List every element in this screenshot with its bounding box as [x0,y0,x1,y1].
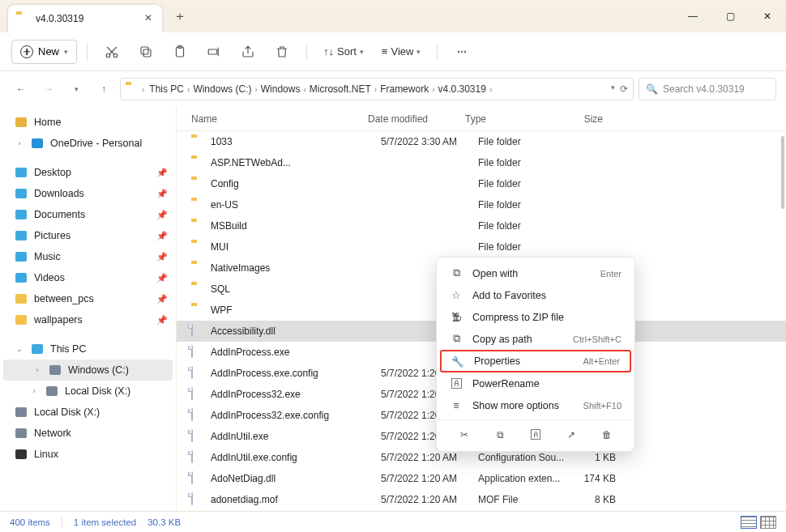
cell-size: 1 KB [567,452,616,463]
chevron-icon[interactable]: › [15,139,24,147]
col-date[interactable]: Date modified [368,113,465,125]
forward-button[interactable]: → [37,78,60,100]
folder-icon [126,83,139,96]
sidebar-item[interactable]: Desktop📌 [0,162,176,183]
cell-name: AddInUtil.exe.config [211,452,381,463]
delete-icon[interactable] [267,40,297,64]
more-icon[interactable]: ⋯ [447,40,476,64]
details-view-icon[interactable] [741,516,757,529]
breadcrumb[interactable]: Microsoft.NET [308,83,373,95]
sidebar-item[interactable]: Linux [0,444,176,465]
file-row[interactable]: ASP.NETWebAd...File folder [177,152,786,173]
context-menu-item[interactable]: ≡Show more optionsShift+F10 [437,394,634,416]
breadcrumb[interactable]: v4.0.30319 [436,83,487,95]
sidebar-item[interactable]: Network [0,423,176,444]
chevron-icon[interactable]: › [29,387,39,395]
context-menu-item[interactable]: ☆Add to Favorites [437,284,634,306]
sidebar-item[interactable]: Pictures📌 [0,225,176,246]
rename-icon[interactable] [199,40,229,64]
up-button[interactable]: ↑ [92,78,115,100]
context-menu-item[interactable]: 🗜Compress to ZIP file [437,306,634,328]
svg-rect-6 [208,49,217,54]
sidebar-item[interactable]: ›OneDrive - Personal [0,133,176,154]
status-size: 30.3 KB [147,517,181,527]
context-menu-item[interactable]: 🄰PowerRename [437,372,634,394]
sidebar-item[interactable]: Music📌 [0,246,176,267]
col-size[interactable]: Size [554,113,603,125]
rename-icon[interactable]: 🄰 [526,425,545,445]
sidebar-label: Linux [34,449,58,460]
chevron-icon[interactable]: ⌄ [15,345,24,353]
file-row[interactable]: AdoNetDiag.dll5/7/2022 1:20 AMApplicatio… [177,468,786,489]
search-input[interactable]: 🔍 Search v4.0.30319 [639,78,776,100]
cut-icon[interactable]: ✂ [455,425,474,445]
file-row[interactable]: adonetdiag.mof5/7/2022 1:20 AMMOF File8 … [177,489,786,510]
sidebar-item[interactable]: Videos📌 [0,267,176,288]
sort-icon: ↑↓ [323,45,334,57]
context-menu-item[interactable]: 🔧PropertiesAlt+Enter [440,350,631,372]
context-menu-item[interactable]: ⧉Copy as pathCtrl+Shift+C [437,328,634,350]
close-button[interactable]: ✕ [749,0,786,32]
col-name[interactable]: Name [191,113,368,125]
file-row[interactable]: ConfigFile folder [177,173,786,194]
window-tab[interactable]: v4.0.30319 ✕ [8,5,162,32]
maximize-button[interactable]: ▢ [711,0,749,32]
col-type[interactable]: Type [465,113,554,125]
keyboard-shortcut: Ctrl+Shift+C [573,334,622,344]
toolbar: New ▾ ↑↓ Sort ▾ ≡ View ▾ ⋯ [0,32,786,71]
pin-icon: 📌 [156,315,168,326]
column-headers[interactable]: Name Date modified Type Size [177,107,786,131]
cell-name: MUI [211,241,381,253]
share-icon[interactable] [233,40,263,64]
folder-icon [16,12,29,25]
cell-name: 1033 [211,136,381,147]
close-tab-icon[interactable]: ✕ [143,13,154,24]
scrollbar[interactable] [781,136,784,209]
minimize-button[interactable]: — [674,0,711,32]
context-menu-item[interactable]: ⧉Open withEnter [437,262,634,284]
copy-icon[interactable] [131,40,160,64]
chevron-down-icon[interactable]: ▾ [611,83,615,95]
sidebar-item[interactable]: ›Windows (C:) [3,360,173,381]
address-bar[interactable]: › This PC›Windows (C:)›Windows›Microsoft… [120,78,634,100]
file-row[interactable]: 10335/7/2022 3:30 AMFile folder [177,131,786,152]
file-row[interactable]: MSBuildFile folder [177,215,786,236]
sort-button[interactable]: ↑↓ Sort ▾ [317,40,370,64]
breadcrumb[interactable]: Windows [259,83,302,95]
new-button[interactable]: New ▾ [11,40,77,64]
cell-name: MSBuild [211,220,381,232]
new-tab-button[interactable]: ＋ [169,5,191,28]
sidebar-item[interactable]: ⌄This PC [0,338,176,360]
file-row[interactable]: en-USFile folder [177,194,786,215]
chevron-icon[interactable]: › [32,366,42,374]
sidebar-item[interactable]: Documents📌 [0,204,176,225]
sidebar-item[interactable]: Home [0,112,176,133]
back-button[interactable]: ← [10,78,32,100]
breadcrumb[interactable]: This PC [147,83,186,95]
cell-size: 174 KB [567,473,616,484]
breadcrumb[interactable]: Windows (C:) [191,83,253,95]
sidebar-item[interactable]: Downloads📌 [0,183,176,204]
cell-name: AddInProcess.exe.config [211,368,381,379]
file-icon [191,346,204,359]
thumbnails-view-icon[interactable] [760,516,776,529]
file-row[interactable]: MUIFile folder [177,236,786,257]
refresh-icon[interactable]: ⟳ [620,83,628,95]
sidebar-item[interactable]: Local Disk (X:) [0,402,176,423]
delete-icon[interactable]: 🗑 [597,425,617,445]
sidebar-item[interactable]: between_pcs📌 [0,288,176,309]
folder-icon [191,262,204,275]
copy-icon[interactable]: ⧉ [490,425,510,445]
chevron-down-icon: ▾ [64,48,68,56]
sidebar-item[interactable]: ›Local Disk (X:) [0,381,176,402]
sidebar-label: Pictures [34,230,70,241]
cut-icon[interactable] [97,40,126,64]
breadcrumb[interactable]: Framework [378,83,430,95]
sidebar-item[interactable]: wallpapers📌 [0,309,176,330]
paste-icon[interactable] [165,40,194,64]
share-icon[interactable]: ↗ [562,425,581,445]
recent-button[interactable]: ▾ [65,78,88,100]
sidebar[interactable]: Home›OneDrive - Personal Desktop📌Downloa… [0,107,177,511]
view-button[interactable]: ≡ View ▾ [375,40,428,64]
folder-icon [191,135,204,148]
